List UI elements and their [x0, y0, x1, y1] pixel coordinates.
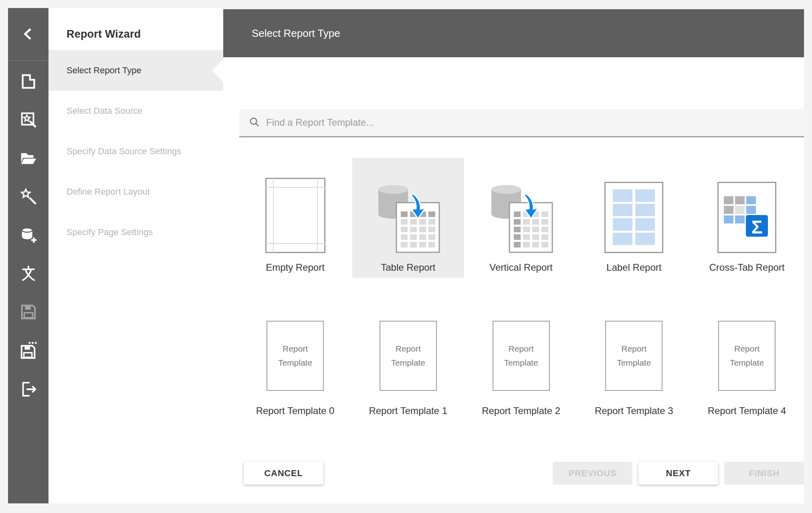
back-button[interactable]	[8, 8, 48, 60]
thumbnail-text: Report Template	[493, 342, 549, 370]
back-icon	[20, 26, 36, 43]
report-template-thumbnail: Report Template	[493, 321, 550, 391]
report-type-label-report[interactable]: Label Report	[578, 158, 690, 278]
search-input[interactable]	[266, 117, 804, 128]
report-template-3[interactable]: Report Template Report Template 3	[578, 308, 690, 425]
thumbnail-text: Report Template	[606, 342, 662, 370]
report-type-vertical[interactable]: Vertical Report	[465, 158, 577, 278]
report-template-label: Report Template 2	[482, 405, 560, 416]
report-wizard-button[interactable]	[19, 111, 38, 130]
report-template-thumbnail: Report Template	[267, 321, 324, 391]
wizard-title: Report Wizard	[48, 8, 223, 40]
step-specify-data-source-settings: Specify Data Source Settings	[48, 131, 223, 171]
thumbnail-text: Report Template	[719, 342, 775, 370]
report-template-thumbnail: Report Template	[718, 321, 776, 391]
design-wand-icon	[19, 187, 38, 207]
cancel-button[interactable]: CANCEL	[244, 462, 323, 485]
open-report-button[interactable]	[19, 150, 38, 168]
next-button[interactable]: NEXT	[638, 462, 718, 485]
report-template-list: Report Template Report Template 0 Report…	[239, 308, 803, 425]
toolbar-icons	[8, 61, 48, 399]
report-type-cross-tab[interactable]: Σ Cross-Tab Report	[691, 158, 803, 278]
report-template-label: Report Template 4	[708, 405, 786, 416]
localization-icon	[19, 264, 38, 284]
previous-button[interactable]: PREVIOUS	[553, 462, 632, 485]
left-toolbar	[8, 8, 48, 503]
report-template-label: Report Template 3	[595, 405, 673, 416]
save-button[interactable]	[19, 304, 38, 322]
report-template-thumbnail: Report Template	[380, 321, 437, 391]
empty-report-icon	[239, 158, 351, 253]
report-type-table[interactable]: Table Report	[352, 158, 464, 278]
step-select-data-source: Select Data Source	[48, 91, 223, 131]
report-template-thumbnail: Report Template	[605, 321, 663, 391]
wizard-steps-panel: Report Wizard Select Report Type Select …	[48, 8, 223, 503]
report-type-list: Empty Report	[239, 158, 803, 278]
wizard-steps-list: Select Report Type Select Data Source Sp…	[48, 50, 223, 252]
report-type-label: Cross-Tab Report	[709, 262, 784, 273]
report-type-label: Empty Report	[266, 262, 325, 273]
thumbnail-text: Report Template	[380, 342, 436, 370]
table-report-icon	[352, 158, 464, 253]
report-template-4[interactable]: Report Template Report Template 4	[691, 308, 803, 425]
new-report-icon	[19, 72, 38, 92]
report-template-label: Report Template 0	[256, 405, 335, 416]
label-report-icon	[578, 158, 690, 253]
cross-tab-report-icon: Σ	[691, 158, 803, 253]
new-report-button[interactable]	[19, 73, 38, 91]
design-wand-button[interactable]	[19, 188, 38, 207]
exit-button[interactable]	[19, 380, 38, 399]
report-template-0[interactable]: Report Template Report Template 0	[239, 308, 351, 425]
save-as-button[interactable]	[19, 342, 38, 360]
wizard-buttons: CANCEL PREVIOUS NEXT FINISH	[239, 462, 804, 485]
search-icon	[249, 117, 260, 129]
save-as-icon	[19, 341, 38, 361]
open-report-icon	[19, 149, 38, 169]
page-header: Select Report Type	[223, 9, 804, 57]
exit-icon	[19, 380, 38, 400]
step-select-report-type[interactable]: Select Report Type	[48, 50, 223, 91]
report-type-label: Table Report	[381, 262, 435, 273]
vertical-report-icon	[465, 158, 577, 253]
nav-buttons: PREVIOUS NEXT FINISH	[553, 462, 804, 485]
report-template-label: Report Template 1	[369, 405, 447, 416]
add-data-source-icon	[19, 226, 38, 246]
finish-button[interactable]: FINISH	[724, 462, 804, 485]
thumbnail-text: Report Template	[267, 342, 323, 370]
report-type-label: Vertical Report	[489, 262, 552, 273]
report-template-1[interactable]: Report Template Report Template 1	[352, 308, 464, 425]
report-type-label: Label Report	[606, 262, 661, 273]
svg-text:Σ: Σ	[751, 217, 763, 237]
save-icon	[19, 303, 38, 323]
main-content: Empty Report	[223, 57, 804, 503]
add-data-source-button[interactable]	[19, 227, 38, 245]
report-type-empty[interactable]: Empty Report	[239, 158, 351, 278]
step-specify-page-settings: Specify Page Settings	[48, 212, 223, 252]
localization-button[interactable]	[19, 265, 38, 284]
page-title: Select Report Type	[252, 27, 340, 40]
report-template-2[interactable]: Report Template Report Template 2	[465, 308, 577, 425]
step-define-report-layout: Define Report Layout	[48, 171, 223, 212]
search-box	[239, 109, 804, 137]
report-wizard-icon	[19, 111, 38, 131]
